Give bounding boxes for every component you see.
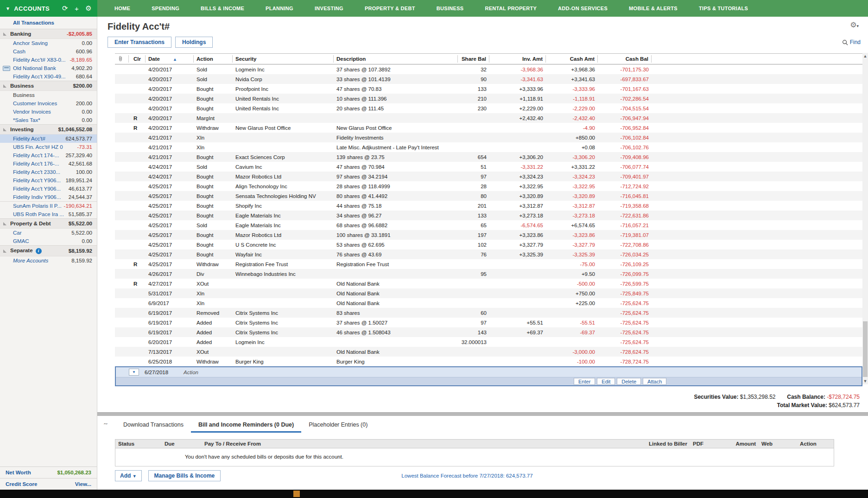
column-header-cash-amt[interactable]: Cash Amt (546, 55, 598, 63)
transaction-row[interactable]: 4/24/2017SoldCavium Inc47 shares @ 70.98… (115, 162, 862, 172)
reminder-column-linked-to-biller[interactable]: Linked to Biller (639, 440, 690, 448)
transaction-row[interactable]: R4/27/2017XOutOld National Bank-500.00-7… (115, 279, 862, 288)
sidebar-section-property-debt[interactable]: Property & Debt$5,522.00 (0, 218, 97, 229)
manage-bills-button[interactable]: Manage Bills & Income (148, 470, 221, 481)
net-worth-row[interactable]: Net Worth $1,050,268.23 (0, 466, 97, 478)
nav-item-planning[interactable]: PLANNING (255, 6, 304, 11)
chevron-down-icon[interactable]: ˆ​ˇ (104, 423, 108, 429)
sidebar-item-anchor-saving[interactable]: Anchor Saving0.00 (0, 39, 97, 47)
transaction-row[interactable]: 4/20/2017SoldNvida Corp33 shares @ 101.4… (115, 74, 862, 84)
scrollbar-thumb[interactable] (863, 321, 868, 377)
enter-button[interactable]: Enter (574, 378, 595, 385)
column-header-security[interactable]: Security (233, 55, 334, 63)
scroll-up-icon[interactable]: ▲ (862, 53, 868, 59)
delete-button[interactable]: Delete (617, 378, 641, 385)
sidebar-item-cash[interactable]: Cash600.96 (0, 47, 97, 56)
sidebar-item-ubs-fin-acc-t-hz-0[interactable]: UBS Fin. Acc't# HZ 0-73.31 (0, 143, 97, 151)
credit-score-row[interactable]: Credit Score View... (0, 478, 97, 490)
sidebar-item-sunam-polaris-ii-p[interactable]: SunAm Polaris II P...-190,634.21 (0, 201, 97, 210)
sidebar-item-fidelity-acc-t-x83-0[interactable]: Fidelity Acc't# X83-0...-8,189.65 (0, 56, 97, 64)
sidebar-item-vendor-invoices[interactable]: Vendor Invoices0.00 (0, 108, 97, 116)
column-header-inv-amt[interactable]: Inv. Amt (489, 55, 546, 63)
transaction-row[interactable]: 6/19/2017RemovedCitrix Systems Inc83 sha… (115, 308, 862, 318)
reminder-column-web[interactable]: Web (759, 440, 783, 448)
sidebar-item-old-national-bank[interactable]: Old National Bank4,902.20 (0, 64, 97, 72)
reminder-column-due[interactable]: Due (162, 440, 202, 448)
sort-ascending-icon[interactable]: ▲ (173, 57, 177, 62)
sidebar-item-fidelity-acc-t-176[interactable]: Fidelity Acc't 176-...42,561.68 (0, 160, 97, 168)
new-transaction-action-placeholder[interactable]: Action (184, 370, 198, 375)
scroll-down-icon[interactable]: ▼ (862, 378, 868, 384)
lowest-balance-forecast-link[interactable]: Lowest Balance Forecast before 7/27/2018… (401, 473, 532, 479)
nav-item-investing[interactable]: INVESTING (304, 6, 354, 11)
sidebar-item-all-transactions[interactable]: All Transactions (0, 17, 97, 29)
transaction-row[interactable]: 6/9/2017XInOld National Bank+225.00-725,… (115, 298, 862, 308)
row-dropdown-button[interactable]: ▼ (129, 369, 139, 376)
column-header-action[interactable]: Action (194, 55, 233, 63)
transaction-row[interactable]: 4/21/2017XInLate Misc. Adjkustment - Lat… (115, 142, 862, 152)
reminder-column-action[interactable]: Action (783, 440, 834, 448)
column-header-attachment[interactable] (115, 55, 129, 63)
reminder-column-amount[interactable]: Amount (714, 440, 759, 448)
nav-item-add-on-services[interactable]: ADD-ON SERVICES (547, 6, 618, 11)
sidebar-item-more-accounts[interactable]: More Accounts8,159.92 (0, 256, 97, 265)
nav-item-home[interactable]: HOME (104, 6, 141, 11)
sidebar-item-fidelity-acc-t-y906[interactable]: Fidelity Acc't Y906...46,613.77 (0, 185, 97, 193)
register-scrollbar[interactable]: ▲ ▼ (862, 53, 868, 384)
sidebar-item-customer-invoices[interactable]: Customer Invoices200.00 (0, 99, 97, 108)
nav-item-property-debt[interactable]: PROPERTY & DEBT (354, 6, 426, 11)
reminder-column-status[interactable]: Status (115, 440, 162, 448)
column-header-share-bal[interactable]: Share Bal (458, 55, 489, 63)
transaction-row[interactable]: 4/20/2017BoughtUnited Rentals Inc10 shar… (115, 94, 862, 103)
new-transaction-date[interactable]: 6/27/2018 (139, 370, 184, 375)
transaction-row[interactable]: 4/20/2017BoughtUnited Rentals Inc20 shar… (115, 103, 862, 113)
transaction-row[interactable]: 6/19/2017AddedCitrix Systems Inc37 share… (115, 318, 862, 327)
transaction-row[interactable]: R4/20/2017WithdrawNew Glarus Post Office… (115, 123, 862, 133)
enter-transactions-button[interactable]: Enter Transactions (108, 37, 171, 48)
credit-score-view-link[interactable]: View... (75, 481, 91, 487)
panel-divider[interactable] (97, 412, 868, 416)
sidebar-item-fidelity-indiv-y906[interactable]: Fidelity Indiv Y906...24,544.37 (0, 193, 97, 201)
nav-item-mobile-alerts[interactable]: MOBILE & ALERTS (618, 6, 688, 11)
tab-placeholder-entries-0[interactable]: Placeholder Entries (0) (301, 420, 375, 433)
tab-download-transactions[interactable]: Download Transactions (116, 420, 191, 433)
transaction-row[interactable]: 4/25/2017BoughtEagle Materials Inc34 sha… (115, 211, 862, 220)
transaction-row[interactable]: 6/20/2017AddedLogmein Inc32.000013-725,6… (115, 337, 862, 347)
nav-item-tips-tutorials[interactable]: TIPS & TUTORIALS (688, 6, 759, 11)
sidebar-item-car[interactable]: Car5,522.00 (0, 229, 97, 237)
transaction-row[interactable]: 4/25/2017SoldEagle Materials Inc68 share… (115, 220, 862, 230)
transaction-row[interactable]: 4/25/2017BoughtU S Concrete Inc53 shares… (115, 240, 862, 249)
tab-bill-and-income-reminders-0-due[interactable]: Bill and Income Reminders (0 Due) (191, 420, 301, 433)
transaction-row[interactable]: 4/25/2017BoughtMazor Robotics Ltd100 sha… (115, 230, 862, 240)
sidebar-item-ubs-roth-pace-ira[interactable]: UBS Roth Pace Ira ...51,585.37 (0, 210, 97, 218)
reminder-column-pdf[interactable]: PDF (690, 440, 714, 448)
sidebar-item-fidelity-acc-t-2330[interactable]: Fidelity Acc't 2330...100.00 (0, 168, 97, 176)
transaction-row[interactable]: 4/25/2017BoughtWayfair Inc76 shares @ 43… (115, 249, 862, 259)
transaction-row[interactable]: 4/20/2017BoughtProofpoint Inc47 shares @… (115, 84, 862, 94)
section-collapse-icon[interactable] (3, 32, 6, 36)
transaction-row[interactable]: 6/19/2017AddedCitrix Systems Inc46 share… (115, 327, 862, 337)
column-header-date[interactable]: Date▲ (146, 55, 194, 63)
transaction-row[interactable]: 4/20/2017SoldLogmein Inc37 shares @ 107.… (115, 64, 862, 74)
transaction-row[interactable]: 4/25/2017BoughtShopify Inc44 shares @ 75… (115, 201, 862, 211)
sidebar-item-business[interactable]: Business (0, 91, 97, 99)
new-transaction-row[interactable]: ▼ 6/27/2018 Action (116, 367, 862, 377)
transaction-row[interactable]: 4/25/2017BoughtAlign Techonology Inc28 s… (115, 181, 862, 191)
taskbar-app-icon[interactable] (293, 491, 300, 497)
section-collapse-icon[interactable] (3, 249, 6, 253)
transaction-row[interactable]: 4/21/2017BoughtExact Sciences Corp139 sh… (115, 152, 862, 162)
sidebar-item-sales-tax[interactable]: *Sales Tax*0.00 (0, 116, 97, 124)
nav-item-business[interactable]: BUSINESS (426, 6, 475, 11)
transaction-row[interactable]: 6/25/2018WithdrawBurger KingBurger King-… (115, 357, 862, 366)
nav-item-rental-property[interactable]: RENTAL PROPERTY (474, 6, 547, 11)
refresh-icon[interactable]: ⟳ (62, 4, 68, 13)
find-control[interactable]: Find (842, 39, 861, 45)
sidebar-section-business[interactable]: Business$200.00 (0, 81, 97, 91)
sidebar-section-investing[interactable]: Investing$1,046,552.08 (0, 124, 97, 134)
info-icon[interactable]: i (36, 248, 42, 254)
column-header-description[interactable]: Description (334, 55, 458, 63)
accounts-collapse-icon[interactable]: ▼ (6, 6, 10, 11)
holdings-button[interactable]: Holdings (175, 37, 213, 48)
register-gear-menu[interactable]: ⚙▾ (850, 20, 859, 29)
reminder-column-pay-to-receive-from[interactable]: Pay To / Receive From (202, 440, 639, 448)
